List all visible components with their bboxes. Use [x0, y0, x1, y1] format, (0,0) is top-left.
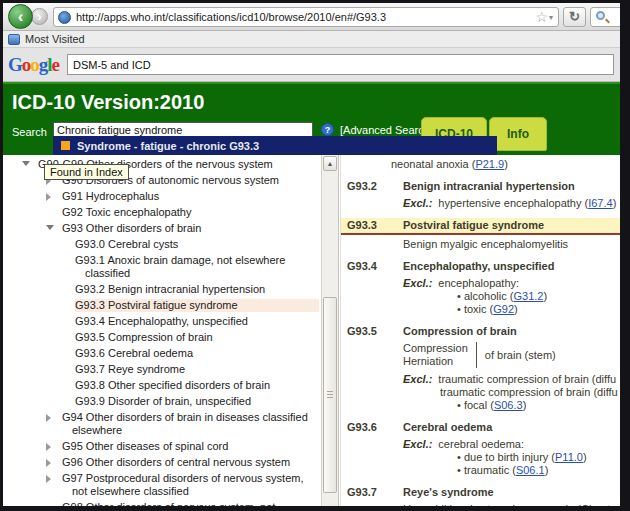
detail-line: Use additional external cause code (Chap…	[403, 503, 620, 506]
rubric-title-row[interactable]: G93.5Compression of brain	[347, 324, 620, 339]
tree-item[interactable]: G93.5 Compression of brain	[3, 330, 321, 346]
detail-block: G93.6Cerebral oedemaExcl.:cerebral oedem…	[347, 420, 620, 477]
google-logo: Google	[8, 54, 59, 76]
detail-line: neonatal anoxia (P21.9)	[391, 158, 620, 171]
tree-item[interactable]: G94 Other disorders of brain in diseases…	[3, 410, 321, 439]
main-content: G90-G99 Other disorders of the nervous s…	[3, 155, 620, 506]
browser-nav-toolbar: ‹ › http://apps.who.int/classifications/…	[3, 3, 620, 31]
rubric-code: G93.3	[347, 218, 403, 233]
rubric-title-row[interactable]: G93.6Cerebral oedema	[347, 420, 620, 435]
forward-button[interactable]: ›	[31, 8, 48, 25]
scrollbar-thumb[interactable]	[323, 297, 337, 493]
code-link[interactable]: S06.1	[516, 464, 545, 476]
rubric-code: G93.5	[347, 324, 403, 339]
suggestion-bullet-icon	[61, 141, 70, 150]
expand-arrow-icon[interactable]	[46, 459, 51, 467]
bookmark-dropdown-caret-icon[interactable]: ▾	[549, 13, 553, 22]
rubric-title-row[interactable]: G93.4Encephalopathy, unspecified	[347, 259, 620, 274]
url-bar[interactable]: http://apps.who.int/classifications/icd1…	[53, 7, 559, 27]
rubric-name: Encephalopathy, unspecified	[403, 259, 554, 274]
excl-label: Excl.:	[403, 197, 432, 209]
code-link[interactable]: I67.4	[588, 197, 612, 209]
expand-arrow-icon[interactable]	[46, 414, 51, 422]
tree-item[interactable]: G93.7 Reye syndrome	[3, 362, 321, 378]
screenshot: ‹ › http://apps.who.int/classifications/…	[0, 0, 630, 511]
rubric-name: Compression of brain	[403, 324, 517, 339]
expand-arrow-icon[interactable]	[46, 443, 51, 451]
tree-item[interactable]: G95 Other diseases of spinal cord	[3, 439, 321, 455]
scrollbar-up-button[interactable]: ▲	[323, 156, 337, 171]
most-visited-folder-icon	[8, 34, 20, 45]
expand-arrow-icon[interactable]	[46, 193, 51, 201]
tab-info-label: Info	[507, 127, 529, 141]
tree-item-label: G93 Other disorders of brain	[62, 222, 319, 235]
tree-item[interactable]: G93.6 Cerebral oedema	[3, 346, 321, 362]
tree-item-label: G92 Toxic encephalopathy	[62, 206, 319, 219]
rubric-name: Postviral fatigue syndrome	[403, 218, 544, 233]
rubric-name: Benign intracranial hypertension	[403, 179, 575, 194]
tree-item[interactable]: G93.2 Benign intracranial hypertension	[3, 282, 321, 298]
excl-label: Excl.:	[403, 277, 432, 289]
rubric-title-row[interactable]: G93.2Benign intracranial hypertension	[347, 179, 620, 194]
detail-line: • traumatic (S06.1)	[457, 464, 620, 477]
help-icon[interactable]: ?	[321, 123, 334, 136]
detail-block: G93.3Postviral fatigue syndromeBenign my…	[347, 218, 620, 251]
search-label: Search	[12, 126, 47, 138]
rubric-name: Cerebral oedema	[403, 420, 492, 435]
advanced-search-link[interactable]: [Advanced Search]	[340, 124, 433, 136]
bookmark-star-icon[interactable]: ☆	[535, 10, 548, 24]
tree-item[interactable]: G96 Other disorders of central nervous s…	[3, 455, 321, 471]
tree-item-label: G98 Other disorders of nervous system, n…	[62, 501, 319, 506]
brace-left-term: Compression	[403, 342, 468, 355]
code-link[interactable]: S06.3	[494, 399, 523, 411]
search-suggestion[interactable]: Syndrome - fatigue - chronic G93.3	[53, 136, 497, 155]
tree-item-label: G91 Hydrocephalus	[62, 190, 319, 203]
tree-item[interactable]: G93.8 Other specified disorders of brain	[3, 378, 321, 394]
back-button[interactable]: ‹	[8, 4, 33, 29]
tree-item-label: G93.4 Encephalopathy, unspecified	[75, 315, 319, 328]
tree-item-label: G93.6 Cerebral oedema	[75, 347, 319, 360]
tree-item[interactable]: G93.3 Postviral fatigue syndrome	[3, 298, 321, 314]
tree-item[interactable]: G93.9 Disorder of brain, unspecified	[3, 394, 321, 410]
tree-item[interactable]: G92 Toxic encephalopathy	[3, 205, 321, 221]
tree-item[interactable]: G93.4 Encephalopathy, unspecified	[3, 314, 321, 330]
code-link[interactable]: G31.2	[513, 290, 543, 302]
google-toolbar: Google	[3, 48, 620, 82]
rubric-name: Reye's syndrome	[403, 485, 494, 500]
tree-item[interactable]: G97 Postprocedural disorders of nervous …	[3, 471, 321, 500]
tree-item[interactable]: G98 Other disorders of nervous system, n…	[3, 500, 321, 506]
tree-item-label: G97 Postprocedural disorders of nervous …	[62, 472, 319, 498]
collapse-arrow-icon[interactable]	[46, 225, 54, 230]
tree-item[interactable]: G93.1 Anoxic brain damage, not elsewhere…	[3, 253, 321, 282]
expand-arrow-icon[interactable]	[46, 475, 51, 483]
tree-scrollbar[interactable]: ▲	[321, 155, 339, 506]
exclusion-line: Excl.:cerebral oedema:	[403, 438, 620, 451]
tree-item-label: G93.7 Reye syndrome	[75, 363, 319, 376]
tree-item-label: G94 Other disorders of brain in diseases…	[62, 411, 319, 437]
tree-item-label: G93.5 Compression of brain	[75, 331, 319, 344]
rubric-title-row[interactable]: G93.3Postviral fatigue syndrome	[341, 218, 620, 235]
browser-search-box[interactable]	[590, 7, 620, 27]
tab-info[interactable]: Info	[489, 117, 547, 151]
code-link[interactable]: P11.0	[555, 451, 583, 463]
most-visited-label[interactable]: Most Visited	[25, 33, 85, 45]
detail-line: • focal (S06.3)	[457, 399, 620, 412]
rubric-title-row[interactable]: G93.7Reye's syndrome	[347, 485, 620, 500]
tree-item[interactable]: G91 Hydrocephalus	[3, 189, 321, 205]
google-search-input[interactable]	[67, 54, 614, 75]
reload-button[interactable]: ↻	[563, 7, 586, 27]
tree-item[interactable]: G93.0 Cerebral cysts	[3, 237, 321, 253]
exclusion-line: Excl.:hypertensive encephalopathy (I67.4…	[403, 197, 620, 210]
excl-label: Excl.:	[403, 373, 432, 385]
tree-item[interactable]: G93 Other disorders of brain	[3, 221, 321, 237]
collapse-arrow-icon[interactable]	[22, 161, 30, 166]
detail-block: neonatal anoxia (P21.9)	[347, 158, 620, 171]
exclusion-line: Excl.:traumatic compression of brain (di…	[403, 373, 620, 386]
code-link[interactable]: P21.9	[475, 158, 504, 170]
suggestion-text[interactable]: Syndrome - fatigue - chronic G93.3	[77, 140, 259, 152]
brace-left-term: Herniation	[403, 355, 468, 368]
brace-group: CompressionHerniationof brain (stem)	[403, 342, 620, 368]
detail-line: • due to birth injury (P11.0)	[457, 451, 620, 464]
code-link[interactable]: G92	[493, 303, 514, 315]
url-text[interactable]: http://apps.who.int/classifications/icd1…	[76, 11, 534, 23]
